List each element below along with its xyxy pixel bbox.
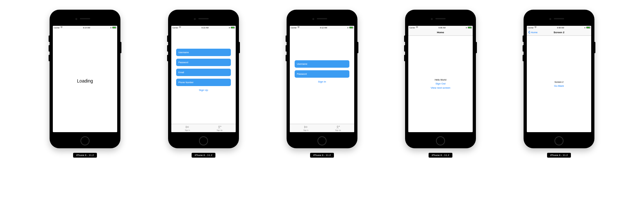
status-bar: Carrier 9:08 AM ➤ bbox=[527, 26, 591, 29]
home-button[interactable] bbox=[436, 136, 445, 145]
iphone-frame: Carrier 9:12 AM ➤ Username Password Sign… bbox=[287, 10, 357, 148]
signin-icon bbox=[185, 125, 189, 129]
wifi-icon bbox=[416, 26, 418, 29]
screen-home: Carrier 9:08 AM ➤ Home Hello World Sign … bbox=[408, 26, 473, 132]
loading-content: Loading bbox=[53, 29, 117, 132]
iphone-frame: Carrier 9:14 AM ➤ Loading bbox=[50, 10, 120, 148]
battery-icon bbox=[468, 27, 472, 28]
home-button[interactable] bbox=[317, 136, 327, 145]
home-button[interactable] bbox=[199, 136, 208, 145]
signin-form: Username Password Sign In bbox=[290, 29, 354, 124]
view-next-button[interactable]: View next screen bbox=[431, 86, 450, 89]
password-field[interactable]: Password bbox=[295, 70, 349, 78]
tab-signup[interactable]: Sign Up bbox=[204, 124, 236, 132]
device-station-4: Carrier 9:08 AM ➤ Home Hello World Sign … bbox=[405, 10, 476, 158]
home-button[interactable] bbox=[80, 136, 90, 145]
device-station-1: Carrier 9:14 AM ➤ Loading iPhone 6 - 11.… bbox=[50, 10, 120, 158]
carrier-label: Carrier bbox=[54, 27, 60, 29]
front-camera bbox=[194, 18, 196, 20]
tab-signin-label: Sign In bbox=[303, 129, 308, 131]
location-icon: ➤ bbox=[584, 26, 586, 29]
simulator-label: iPhone 6 - 11.2 bbox=[547, 153, 571, 158]
earpiece bbox=[435, 18, 446, 19]
username-field[interactable]: Username bbox=[295, 60, 349, 68]
location-icon: ➤ bbox=[466, 26, 467, 29]
svg-marker-2 bbox=[305, 126, 307, 128]
nav-bar: Home bbox=[408, 29, 473, 36]
battery-icon bbox=[349, 27, 353, 28]
svg-point-1 bbox=[219, 126, 220, 127]
signin-button[interactable]: Sign In bbox=[318, 80, 326, 83]
front-camera bbox=[431, 18, 433, 20]
back-label: Home bbox=[531, 31, 537, 34]
email-field[interactable]: Email bbox=[176, 69, 231, 76]
earpiece bbox=[198, 18, 209, 19]
wifi-icon bbox=[60, 26, 63, 29]
screen2-content: Screen 2 Go Back bbox=[527, 36, 591, 132]
front-camera bbox=[75, 18, 77, 20]
back-button[interactable]: Home bbox=[528, 31, 537, 34]
hello-world-label: Hello World bbox=[435, 79, 446, 81]
nav-bar: Home Screen 2 bbox=[527, 29, 591, 36]
earpiece bbox=[80, 18, 90, 19]
front-camera bbox=[549, 18, 551, 20]
clock: 9:12 AM bbox=[320, 27, 327, 29]
tab-bar: Sign In Sign Up bbox=[290, 124, 354, 132]
simulator-label: iPhone 6 - 11.2 bbox=[192, 153, 215, 158]
status-bar: Carrier 9:08 AM ➤ bbox=[408, 26, 473, 29]
status-bar: Carrier 9:14 AM ➤ bbox=[53, 26, 117, 29]
screen2-label: Screen 2 bbox=[554, 81, 564, 83]
battery-icon bbox=[231, 27, 235, 28]
iphone-frame: Carrier 9:13 AM ➤ Username Password Emai… bbox=[168, 10, 239, 148]
battery-icon bbox=[586, 27, 590, 28]
tab-signin[interactable]: Sign In bbox=[290, 124, 322, 132]
location-icon: ➤ bbox=[110, 26, 112, 29]
svg-marker-0 bbox=[186, 126, 188, 128]
username-field[interactable]: Username bbox=[176, 49, 231, 56]
password-field[interactable]: Password bbox=[176, 59, 231, 66]
go-back-button[interactable]: Go Back bbox=[554, 84, 564, 87]
device-station-2: Carrier 9:13 AM ➤ Username Password Emai… bbox=[168, 10, 239, 158]
screen-two: Carrier 9:08 AM ➤ Home S bbox=[527, 26, 591, 132]
tab-bar: Sign In Sign Up bbox=[171, 124, 236, 132]
clock: 9:13 AM bbox=[202, 27, 209, 29]
tab-signup-label: Sign Up bbox=[217, 129, 223, 131]
location-icon: ➤ bbox=[347, 26, 349, 29]
signup-form: Username Password Email Phone Number Sig… bbox=[171, 29, 236, 124]
signin-icon bbox=[304, 125, 308, 129]
battery-icon bbox=[112, 27, 116, 28]
clock: 9:14 AM bbox=[83, 27, 90, 29]
home-content: Hello World Sign Out View next screen bbox=[408, 36, 473, 132]
screen-signin: Carrier 9:12 AM ➤ Username Password Sign… bbox=[290, 26, 354, 132]
nav-title: Home bbox=[437, 31, 444, 34]
wifi-icon bbox=[534, 26, 537, 29]
simulator-label: iPhone 6 - 11.2 bbox=[73, 153, 97, 158]
carrier-label: Carrier bbox=[528, 27, 534, 29]
loading-label: Loading bbox=[77, 78, 93, 83]
carrier-label: Carrier bbox=[291, 27, 297, 29]
earpiece bbox=[317, 18, 327, 19]
nav-title: Screen 2 bbox=[554, 31, 564, 34]
screen-signup: Carrier 9:13 AM ➤ Username Password Emai… bbox=[171, 26, 236, 132]
home-button[interactable] bbox=[554, 136, 564, 145]
phone-field[interactable]: Phone Number bbox=[176, 79, 231, 86]
tab-signup[interactable]: Sign Up bbox=[322, 124, 354, 132]
simulator-label: iPhone 6 - 11.2 bbox=[429, 153, 452, 158]
signup-button[interactable]: Sign Up bbox=[199, 89, 208, 92]
carrier-label: Carrier bbox=[409, 27, 415, 29]
tab-signin-label: Sign In bbox=[185, 129, 190, 131]
earpiece bbox=[554, 18, 564, 19]
signup-icon bbox=[336, 125, 340, 129]
clock: 9:08 AM bbox=[439, 27, 446, 29]
status-bar: Carrier 9:12 AM ➤ bbox=[290, 26, 354, 29]
wifi-icon bbox=[179, 26, 181, 29]
status-bar: Carrier 9:13 AM ➤ bbox=[171, 26, 236, 29]
device-station-5: Carrier 9:08 AM ➤ Home S bbox=[524, 10, 594, 158]
iphone-frame: Carrier 9:08 AM ➤ Home S bbox=[524, 10, 594, 148]
tab-signin[interactable]: Sign In bbox=[171, 124, 204, 132]
screen-loading: Carrier 9:14 AM ➤ Loading bbox=[53, 26, 117, 132]
wifi-icon bbox=[297, 26, 300, 29]
iphone-frame: Carrier 9:08 AM ➤ Home Hello World Sign … bbox=[405, 10, 476, 148]
sign-out-button[interactable]: Sign Out bbox=[435, 82, 445, 85]
front-camera bbox=[312, 18, 314, 20]
